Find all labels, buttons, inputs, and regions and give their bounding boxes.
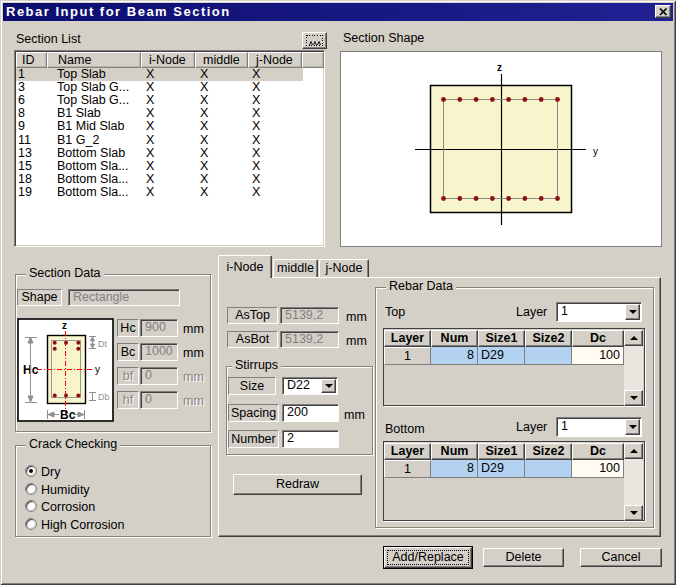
svg-text:Dt: Dt: [98, 339, 107, 349]
svg-text:y: y: [593, 146, 598, 157]
svg-text:z: z: [62, 320, 67, 331]
svg-text:z: z: [497, 62, 502, 73]
svg-text:y: y: [95, 364, 100, 375]
svg-text:Db: Db: [98, 392, 110, 402]
